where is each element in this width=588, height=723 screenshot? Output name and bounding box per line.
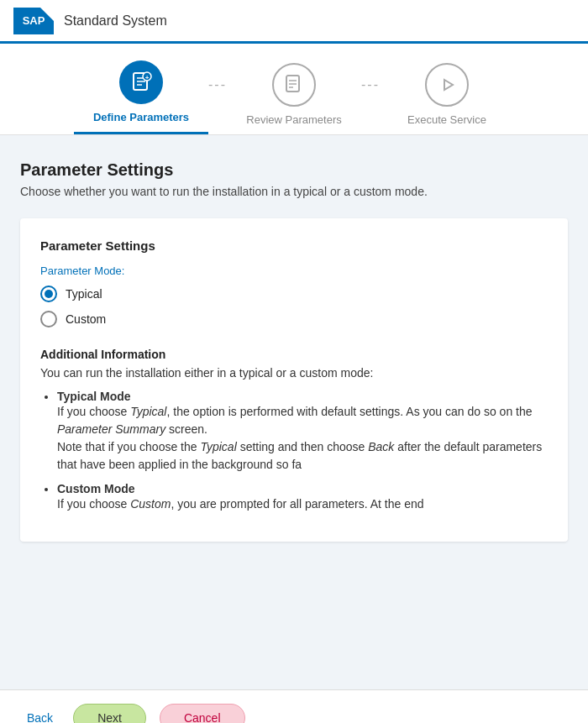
list-item-typical: Typical Mode If you choose Typical, the …: [57, 390, 548, 474]
list-item-custom: Custom Mode If you choose Custom, you ar…: [57, 482, 548, 513]
cancel-button[interactable]: Cancel: [160, 704, 245, 723]
page-subtitle: Choose whether you want to run the insta…: [20, 185, 568, 198]
step-execute-service-label: Execute Service: [407, 113, 486, 133]
radio-custom[interactable]: Custom: [40, 311, 548, 327]
card-title: Parameter Settings: [40, 238, 548, 253]
radio-custom-outer: [40, 311, 57, 327]
step-review-parameters-label: Review Parameters: [246, 113, 341, 133]
svg-text:+: +: [145, 74, 150, 81]
main-content: Parameter Settings Choose whether you wa…: [0, 135, 588, 689]
parameter-settings-card: Parameter Settings Parameter Mode: Typic…: [20, 218, 568, 542]
step-define-parameters[interactable]: + Define Parameters: [74, 60, 208, 134]
custom-mode-body: If you choose Custom, you are prompted f…: [57, 497, 424, 511]
additional-info-section: Additional Information You can run the i…: [40, 348, 548, 513]
step-review-parameters[interactable]: Review Parameters: [227, 63, 361, 133]
typical-mode-body: If you choose Typical, the option is per…: [57, 405, 542, 471]
step-execute-service-icon: [425, 63, 469, 107]
step-define-parameters-icon: +: [119, 60, 163, 104]
additional-info-list: Typical Mode If you choose Typical, the …: [40, 390, 548, 513]
sap-logo: [13, 8, 54, 34]
step-define-parameters-label: Define Parameters: [74, 111, 208, 134]
step-execute-service[interactable]: Execute Service: [380, 63, 514, 133]
footer: Back Next Cancel: [0, 689, 588, 723]
radio-custom-label: Custom: [66, 312, 106, 326]
next-button[interactable]: Next: [73, 704, 146, 723]
additional-info-title: Additional Information: [40, 348, 548, 361]
radio-typical-label: Typical: [66, 287, 102, 301]
step-connector-1: ---: [208, 77, 227, 118]
parameter-mode-radio-group: Typical Custom: [40, 286, 548, 327]
page-title: Parameter Settings: [20, 160, 568, 180]
svg-marker-10: [444, 80, 453, 90]
app-title: Standard System: [64, 13, 167, 29]
typical-mode-title: Typical Mode: [57, 390, 131, 403]
radio-typical[interactable]: Typical: [40, 286, 548, 302]
step-review-parameters-icon: [272, 63, 316, 107]
back-button[interactable]: Back: [20, 705, 60, 723]
param-mode-label: Parameter Mode:: [40, 265, 548, 277]
radio-typical-outer: [40, 286, 57, 302]
additional-info-subtitle: You can run the installation either in a…: [40, 366, 548, 380]
app-header: Standard System: [0, 0, 588, 44]
wizard-steps: + Define Parameters --- Review Parameter…: [0, 44, 588, 135]
radio-typical-inner: [45, 290, 53, 298]
custom-mode-title: Custom Mode: [57, 482, 135, 495]
step-connector-2: ---: [361, 77, 380, 118]
